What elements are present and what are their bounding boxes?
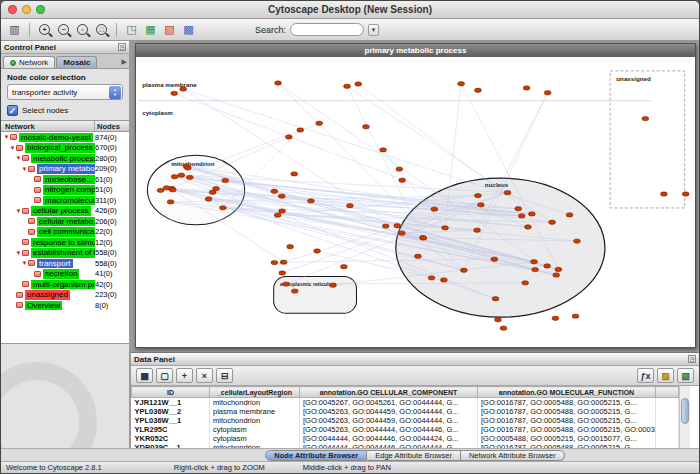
table-cell[interactable]: [GO:0016787, GO:0005488, GO:0005215, GO:… — [478, 425, 656, 434]
column-header[interactable]: annotation.GO MOLECULAR_FUNCTION — [478, 387, 656, 398]
table-cell[interactable]: [GO:0016787, GO:0005488, GO:0005215, G..… — [478, 407, 656, 416]
window-titlebar[interactable]: Cytoscape Desktop (New Session) — [1, 1, 699, 19]
table-cell[interactable]: [GO:0016787, GO:0005488, GO:0005215, G..… — [478, 398, 656, 408]
tree-row[interactable]: ▼establishment of lo...558(0) — [1, 248, 129, 259]
tree-label: primary metabo... — [37, 164, 95, 174]
table-cell[interactable]: mitochondrion — [210, 416, 300, 425]
network-view-title[interactable]: primary metabolic process — [136, 44, 695, 57]
tree-expander-icon[interactable]: ▼ — [15, 250, 22, 256]
tree-label: nitrogen compo... — [43, 185, 95, 195]
tree-row[interactable]: ▼transport558(0) — [1, 258, 129, 269]
node-color-select[interactable]: transporter activity ▲▼ — [7, 84, 123, 100]
scrollbar-thumb[interactable] — [681, 398, 689, 424]
zoom-selected-icon[interactable]: ▫ — [74, 21, 91, 38]
tab-scroll-right-icon[interactable]: ▶ — [122, 58, 127, 66]
tree-row[interactable]: multi-organism pro...42(0) — [1, 279, 129, 290]
import-table-icon[interactable]: ▧ — [677, 368, 694, 383]
table-row[interactable]: YKR052Ccytoplasm[GO:0044444, GO:0044446,… — [132, 434, 679, 443]
tree-row[interactable]: cell communica...22(0) — [1, 227, 129, 238]
tree-row[interactable]: unassigned223(0) — [1, 290, 129, 301]
tree-expander-icon[interactable]: ▼ — [3, 134, 10, 140]
open-folder-icon[interactable]: ▨ — [657, 368, 674, 383]
control-panel-float-button[interactable]: ◳ — [118, 43, 126, 51]
tree-row[interactable]: ▼mosaic-demo-yeast874(0) — [1, 132, 129, 143]
table-row[interactable]: YPL036W__1mitochondrion[GO:0045263, GO:0… — [132, 416, 679, 425]
tree-expander-icon[interactable]: ▼ — [15, 208, 22, 214]
tree-row[interactable]: secretion41(0) — [1, 269, 129, 280]
select-nodes-checkbox[interactable]: ✓ — [7, 105, 18, 116]
mosaic-plugin-icon-1[interactable]: ▦ — [142, 21, 159, 38]
mosaic-plugin-icon-2[interactable]: ▧ — [161, 21, 178, 38]
search-area: Search: ▼ — [255, 23, 379, 36]
unselect-all-attributes-icon[interactable]: ▢ — [156, 368, 173, 383]
tree-label: response to stimul... — [31, 238, 95, 248]
tree-label: secretion — [43, 269, 79, 279]
annotation-icon[interactable]: ◳ — [123, 21, 140, 38]
tab-mosaic[interactable]: Mosaic — [56, 56, 97, 68]
zoom-fit-icon[interactable]: □ — [93, 21, 110, 38]
formula-builder-icon[interactable]: ƒx — [637, 368, 654, 383]
clear-attribute-icon[interactable]: ⊟ — [216, 368, 233, 383]
table-cell[interactable]: [GO:0045263, GO:0044444, GO:0044446, G..… — [300, 425, 478, 434]
tree-label: cellular metabo... — [37, 217, 95, 227]
table-vertical-scrollbar[interactable] — [679, 386, 690, 448]
delete-attribute-icon[interactable]: × — [196, 368, 213, 383]
table-cell[interactable]: YKR052C — [132, 434, 210, 443]
tree-row[interactable]: cellular metabo...206(0) — [1, 216, 129, 227]
zoom-out-icon[interactable]: − — [55, 21, 72, 38]
table-cell[interactable]: [GO:0005488, GO:0005215, GO:0015077, G..… — [478, 434, 656, 443]
tree-row[interactable]: Overview8(0) — [1, 300, 129, 311]
search-options-dropdown[interactable]: ▼ — [368, 24, 379, 36]
table-row[interactable]: YPL036W__2plasma membrane[GO:0045263, GO… — [132, 407, 679, 416]
save-session-icon[interactable]: ▥ — [6, 21, 23, 38]
tree-column-nodes[interactable]: Nodes — [95, 122, 129, 131]
tree-row[interactable]: response to stimul...12(0) — [1, 237, 129, 248]
tab-network[interactable]: Network — [3, 56, 55, 68]
table-cell[interactable]: [GO:0016787, GO:0005488, GO:0005215, G..… — [478, 416, 656, 425]
table-cell[interactable]: [GO:0045263, GO:0044459, GO:0044444, G..… — [300, 416, 478, 425]
table-cell[interactable]: mitochondrion — [210, 398, 300, 408]
select-all-attributes-icon[interactable]: ▦ — [136, 368, 153, 383]
table-row[interactable]: YLR295Ccytoplasm[GO:0045263, GO:0044444,… — [132, 425, 679, 434]
table-row[interactable]: YJR121W__1mitochondrion[GO:0045267, GO:0… — [132, 398, 679, 408]
tree-expander-icon[interactable]: ▼ — [21, 166, 28, 172]
tree-row[interactable]: nucleobase...61(0) — [1, 174, 129, 185]
table-cell[interactable]: [GO:0045267, GO:0045261, GO:0044444, G..… — [300, 398, 478, 408]
table-cell[interactable]: [GO:0045263, GO:0044459, GO:0044444, G..… — [300, 407, 478, 416]
tree-row[interactable]: ▼biological_process670(0) — [1, 143, 129, 154]
tree-row[interactable]: ▼cellular process426(0) — [1, 206, 129, 217]
tree-row[interactable]: nitrogen compo...51(0) — [1, 185, 129, 196]
table-cell[interactable]: YJR121W__1 — [132, 398, 210, 408]
network-desktop: primary metabolic process plasma membran… — [131, 41, 699, 352]
tab-node-attribute-browser[interactable]: Node Attribute Browser — [265, 450, 367, 461]
close-window-button[interactable] — [8, 5, 17, 14]
search-input[interactable] — [290, 23, 364, 36]
new-attribute-icon[interactable]: + — [176, 368, 193, 383]
tree-expander-icon[interactable]: ▼ — [9, 145, 16, 151]
column-header[interactable]: annotation.GO CELLULAR_COMPONENT — [300, 387, 478, 398]
tree-expander-icon[interactable]: ▼ — [21, 260, 28, 266]
folder-icon — [34, 176, 41, 182]
network-canvas[interactable]: plasma membranecytoplasmmitochondrionnuc… — [136, 57, 695, 347]
column-header[interactable]: _cellularLayoutRegion — [210, 387, 300, 398]
data-panel-float-button[interactable]: ◳ — [688, 355, 696, 363]
table-cell[interactable]: cytoplasm — [210, 425, 300, 434]
zoom-in-icon[interactable]: + — [36, 21, 53, 38]
tree-row[interactable]: ▼metabolic process280(0) — [1, 153, 129, 164]
mosaic-plugin-icon-3[interactable]: ▩ — [180, 21, 197, 38]
table-cell[interactable]: cytoplasm — [210, 434, 300, 443]
column-header[interactable]: ID — [132, 387, 210, 398]
table-cell[interactable]: YPL036W__1 — [132, 416, 210, 425]
tree-row[interactable]: macromolecule...311(0) — [1, 195, 129, 206]
tab-network-attribute-browser[interactable]: Network Attribute Browser — [461, 450, 565, 461]
table-cell[interactable]: plasma membrane — [210, 407, 300, 416]
tab-edge-attribute-browser[interactable]: Edge Attribute Browser — [367, 450, 461, 461]
tree-row[interactable]: ▼primary metabo...209(0) — [1, 164, 129, 175]
tree-expander-icon[interactable]: ▼ — [15, 155, 22, 161]
minimize-window-button[interactable] — [22, 5, 31, 14]
zoom-window-button[interactable] — [36, 5, 45, 14]
table-cell[interactable]: YPL036W__2 — [132, 407, 210, 416]
tree-column-network[interactable]: Network — [1, 121, 95, 131]
table-cell[interactable]: [GO:0044444, GO:0044446, GO:0044424, G..… — [300, 434, 478, 443]
table-cell[interactable]: YLR295C — [132, 425, 210, 434]
